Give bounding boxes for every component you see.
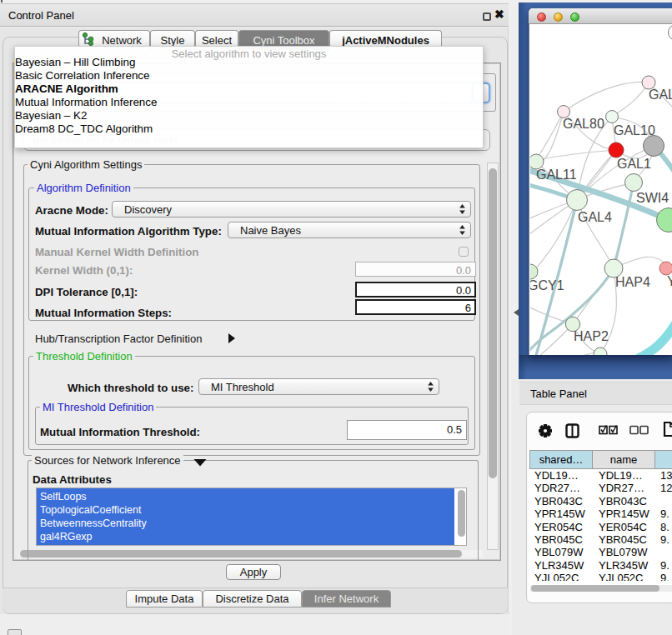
- svg-text:GAL1: GAL1: [617, 157, 651, 171]
- svg-text:HAP2: HAP2: [574, 329, 609, 343]
- svg-text:GAL10: GAL10: [614, 123, 655, 138]
- svg-text:HAP4: HAP4: [615, 275, 650, 289]
- svg-text:GAL80: GAL80: [563, 117, 604, 131]
- svg-text:GCY1: GCY1: [530, 278, 564, 292]
- svg-text:Y: Y: [667, 274, 672, 288]
- svg-text:SWI4: SWI4: [636, 191, 669, 205]
- svg-text:GAL: GAL: [649, 88, 672, 102]
- svg-text:GAL11: GAL11: [536, 168, 577, 182]
- svg-text:GAL4: GAL4: [578, 210, 612, 224]
